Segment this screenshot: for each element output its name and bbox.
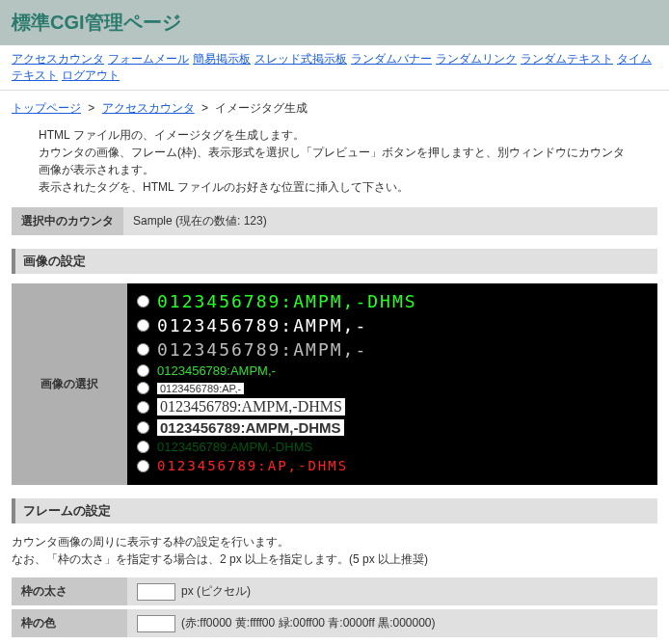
frame-thickness-label: 枠の太さ [12, 577, 127, 605]
section-title-frame: フレームの設定 [12, 498, 657, 523]
breadcrumb-sep: > [88, 101, 94, 115]
top-nav: アクセスカウンタフォームメール簡易掲示板スレッド式掲示板ランダムバナーランダムリ… [0, 45, 669, 91]
topnav-link[interactable]: ランダムバナー [351, 52, 432, 66]
breadcrumb: トップページ > アクセスカウンタ > イメージタグ生成 [0, 91, 669, 122]
image-option-row: 0123456789:AMPM,- [137, 363, 648, 378]
topnav-link[interactable]: アクセスカウンタ [12, 52, 104, 66]
frame-color-input[interactable] [137, 615, 175, 632]
image-option-row: 0123456789:AP,- [137, 382, 648, 394]
image-option-radio[interactable] [137, 319, 149, 332]
frame-color-label: 枠の色 [12, 609, 127, 637]
counter-sample: 0123456789:AMPM,-DHMS [157, 440, 312, 454]
image-option-row: 0123456789:AMPM,- [137, 339, 648, 360]
image-option-radio[interactable] [137, 364, 149, 377]
image-option-row: 0123456789:AMPM,-DHMS [137, 440, 648, 454]
frame-color-row: 枠の色 (赤:ff0000 黄:ffff00 緑:00ff00 青:0000ff… [12, 609, 657, 637]
breadcrumb-sep: > [201, 101, 208, 115]
page-title: 標準CGI管理ページ [12, 10, 657, 36]
breadcrumb-link[interactable]: アクセスカウンタ [102, 101, 195, 115]
frame-color-hint: (赤:ff0000 黄:ffff00 緑:00ff00 青:0000ff 黒:0… [181, 615, 436, 631]
image-select-options: 0123456789:AMPM,-DHMS0123456789:AMPM,-01… [127, 283, 657, 485]
image-option-radio[interactable] [137, 295, 149, 308]
counter-sample: 0123456789:AMPM,- [157, 339, 367, 360]
frame-notes: カウンタ画像の周りに表示する枠の設定を行います。 なお、「枠の太さ」を指定する場… [12, 533, 657, 577]
counter-sample: 0123456789:AP,-DHMS [157, 458, 348, 473]
image-option-radio[interactable] [137, 421, 149, 434]
image-option-radio[interactable] [137, 382, 149, 394]
selected-counter-value: Sample (現在の数値: 123) [123, 207, 277, 235]
desc-line: HTML ファイル用の、イメージタグを生成します。 [39, 126, 630, 144]
image-select-box: 画像の選択 0123456789:AMPM,-DHMS0123456789:AM… [12, 283, 657, 485]
frame-thickness-input[interactable] [137, 583, 175, 601]
selected-counter-row: 選択中のカウンタ Sample (現在の数値: 123) [12, 207, 657, 235]
image-option-radio[interactable] [137, 343, 149, 356]
image-select-label: 画像の選択 [12, 283, 127, 485]
section-title-image: 画像の設定 [12, 249, 657, 274]
description: HTML ファイル用の、イメージタグを生成します。 カウンタの画像、フレーム(枠… [0, 122, 669, 207]
counter-sample: 0123456789:AMPM,-DHMS [157, 398, 345, 416]
breadcrumb-link[interactable]: トップページ [12, 101, 81, 115]
frame-thickness-row: 枠の太さ px (ピクセル) [12, 577, 657, 605]
counter-sample: 0123456789:AMPM,- [157, 363, 276, 378]
topnav-link[interactable]: 簡易掲示板 [193, 52, 251, 66]
desc-line: 表示されたタグを、HTML ファイルのお好きな位置に挿入して下さい。 [39, 178, 630, 196]
topnav-link[interactable]: フォームメール [108, 52, 189, 66]
image-option-row: 0123456789:AMPM,- [137, 315, 648, 335]
desc-line: カウンタの画像、フレーム(枠)、表示形式を選択し「プレビュー」ボタンを押しますと… [39, 144, 630, 178]
image-option-radio[interactable] [137, 460, 149, 472]
note-line: カウンタ画像の周りに表示する枠の設定を行います。 [12, 533, 657, 550]
page-header: 標準CGI管理ページ [0, 0, 669, 45]
breadcrumb-current: イメージタグ生成 [215, 101, 308, 115]
image-option-radio[interactable] [137, 401, 149, 414]
image-option-radio[interactable] [137, 441, 149, 453]
image-option-row: 0123456789:AMPM,-DHMS [137, 398, 648, 416]
topnav-link[interactable]: ランダムテキスト [521, 52, 613, 66]
note-line: なお、「枠の太さ」を指定する場合は、2 px 以上を指定します。(5 px 以上… [12, 550, 657, 568]
image-option-row: 0123456789:AP,-DHMS [137, 458, 648, 473]
topnav-link[interactable]: ランダムリンク [436, 52, 517, 66]
topnav-link[interactable]: スレッド式掲示板 [254, 52, 347, 66]
topnav-link[interactable]: ログアウト [62, 68, 120, 82]
counter-sample: 0123456789:AMPM,-DHMS [157, 291, 417, 311]
counter-sample: 0123456789:AP,- [157, 383, 244, 394]
image-option-row: 0123456789:AMPM,-DHMS [137, 291, 648, 311]
frame-thickness-suffix: px (ピクセル) [181, 583, 251, 600]
image-option-row: 0123456789:AMPM,-DHMS [137, 419, 648, 436]
counter-sample: 0123456789:AMPM,-DHMS [157, 419, 344, 436]
counter-sample: 0123456789:AMPM,- [157, 315, 367, 335]
selected-counter-label: 選択中のカウンタ [12, 207, 123, 235]
